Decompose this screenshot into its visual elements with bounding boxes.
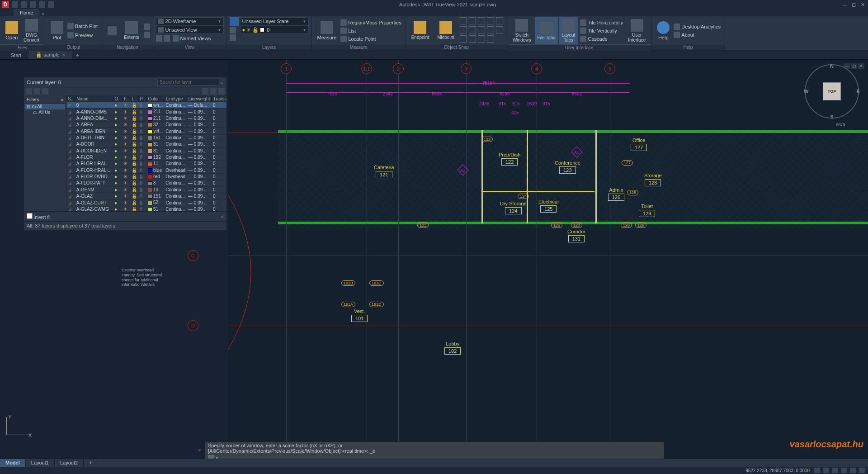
status-grid-icon[interactable] <box>823 468 829 473</box>
col-on[interactable]: O.. <box>113 95 122 102</box>
snap-geo-icon[interactable] <box>469 17 476 24</box>
snap-par-icon[interactable] <box>469 35 476 43</box>
layer-grid[interactable]: S.. Name O.. F.. L.. P.. Color Linetype … <box>66 95 226 211</box>
user-interface-button[interactable]: User Interface <box>625 17 648 44</box>
col-transparency[interactable]: Transp... <box>212 95 226 102</box>
tile-h-button[interactable]: Tile Horizontally <box>579 19 624 26</box>
drawing-viewport[interactable]: — ◻ ✕ Exterior overhead canopy. See stru… <box>228 60 868 460</box>
layer-settings-icon[interactable] <box>218 88 225 95</box>
col-lock[interactable]: L.. <box>130 95 138 102</box>
layer-row[interactable]: ◢A-DOOR-IDEN●☀🔓⎙31Continu...— 0.09...0☀ <box>66 147 226 154</box>
layer-del-icon[interactable] <box>34 88 40 95</box>
layer-set-icon[interactable] <box>42 88 48 95</box>
snap-int-icon[interactable] <box>496 17 503 24</box>
zoom-extents-button[interactable]: Extents <box>121 19 142 42</box>
layer-row[interactable]: ◢A-ANNO-DIMS●☀🔓⎙211Continu...— 0.09...0☀ <box>66 109 226 115</box>
invert-filter-checkbox[interactable]: Invert fi <box>27 213 50 220</box>
layer-tool-icon[interactable] <box>230 27 236 33</box>
col-linetype[interactable]: Linetype <box>164 95 187 102</box>
dwg-convert-button[interactable]: DWG Convert <box>21 17 42 44</box>
layout-tabs-button[interactable]: Layout Tabs <box>559 17 578 44</box>
snap-near-icon[interactable] <box>496 26 503 33</box>
coords-display[interactable]: -9522.2233, 28687.7083, 0.0000 <box>743 468 811 473</box>
switch-windows-button[interactable]: Switch Windows <box>510 17 534 44</box>
col-color[interactable]: Color <box>146 95 164 102</box>
tile-v-button[interactable]: Tile Vertically <box>579 27 624 34</box>
view-tool-icon[interactable] <box>156 35 162 42</box>
col-plot[interactable]: P.. <box>138 95 146 102</box>
start-doc-tab[interactable]: Start <box>4 51 28 59</box>
midpoint-button[interactable]: Midpoint <box>434 17 457 44</box>
cascade-button[interactable]: Cascade <box>579 35 624 43</box>
sample-doc-tab[interactable]: 🔒 sample× <box>28 51 72 59</box>
visual-style-dropdown[interactable]: 2D Wireframe▼ <box>156 17 224 25</box>
help-button[interactable]: Help <box>654 17 672 44</box>
model-tab[interactable]: Model <box>0 459 26 467</box>
col-status[interactable]: S.. <box>66 95 75 102</box>
nav-icon[interactable] <box>144 32 150 38</box>
layer-new-icon[interactable] <box>26 88 32 95</box>
status-custom-icon[interactable] <box>859 468 865 473</box>
pan-button[interactable] <box>105 24 119 37</box>
snap-center-icon[interactable] <box>460 17 467 24</box>
add-tab-icon[interactable]: + <box>72 52 82 58</box>
compass-north[interactable]: N <box>830 63 834 69</box>
minimize-button[interactable]: — <box>841 1 848 8</box>
add-layout-icon[interactable]: + <box>84 459 98 467</box>
col-lineweight[interactable]: Lineweight <box>187 95 212 102</box>
qat-plot-icon[interactable] <box>21 1 27 8</box>
home-tab[interactable]: Home <box>14 9 39 16</box>
snap-perp-icon[interactable] <box>478 26 485 33</box>
search-icon[interactable]: ⌕ <box>221 80 224 85</box>
endpoint-button[interactable]: Endpoint <box>409 17 432 44</box>
filter-all-used[interactable]: 🗀 All Us <box>25 109 65 115</box>
layer-row[interactable]: ◢A-FLOR●☀🔓⎙192Continu...— 0.09...0☀ <box>66 154 226 160</box>
footer-collapse-icon[interactable]: « <box>221 214 224 219</box>
view-tool2-icon[interactable] <box>164 35 170 42</box>
viewcube[interactable]: N S E W TOP WCS <box>805 64 859 118</box>
layer-row[interactable]: ◢A-AREA-IDEN●☀🔓⎙yel...Continu...— 0.09..… <box>66 128 226 134</box>
layer-state-dropdown[interactable]: Unsaved Layer State▼ <box>240 17 309 25</box>
qat-open-icon[interactable] <box>12 1 18 8</box>
layer-row[interactable]: ◢A-FLOR-OVHD●☀🔓⎙redOverhead— 0.09...0☀ <box>66 173 226 180</box>
status-monitor-icon[interactable] <box>850 468 856 473</box>
locate-button[interactable]: Locate Point <box>339 35 402 43</box>
snap-node-icon[interactable] <box>478 17 485 24</box>
col-freeze[interactable]: F.. <box>122 95 130 102</box>
status-gear-icon[interactable] <box>841 468 847 473</box>
filter-all[interactable]: ⊟ 🗀 All <box>25 104 65 109</box>
viewcube-top-face[interactable]: TOP <box>823 82 841 100</box>
snap-quad-icon[interactable] <box>487 17 494 24</box>
analytics-button[interactable]: Desktop Analytics <box>672 23 722 30</box>
layer-refresh-icon[interactable] <box>210 88 217 95</box>
layer-row[interactable]: ◢A-ANNO-DIM...●☀🔓⎙211Continu...— 0.09...… <box>66 115 226 121</box>
snap-ins-icon[interactable] <box>469 26 476 33</box>
preview-button[interactable]: Preview <box>66 32 99 39</box>
layer-filter-icon[interactable] <box>202 88 208 95</box>
layer-tool2-icon[interactable] <box>230 34 236 41</box>
ribbon-expand-icon[interactable]: ▾ <box>42 12 44 16</box>
layer-row[interactable]: ◢A-DETL-THIN●☀🔓⎙151Continu...— 0.09...0☀ <box>66 134 226 141</box>
open-button[interactable]: Open <box>3 17 21 44</box>
file-tabs-button[interactable]: File Tabs <box>535 17 558 44</box>
close-button[interactable]: ✕ <box>859 1 866 8</box>
saved-view-dropdown[interactable]: Unsaved View▼ <box>156 26 224 34</box>
tab-close-icon[interactable]: × <box>62 52 65 57</box>
layer-row[interactable]: ◢A-GLAZ●☀🔓⎙151Continu...— 0.09...0☀ <box>66 193 226 199</box>
layer-list-dropdown[interactable]: ● ☀ 🔓 0 ▼ <box>240 26 309 34</box>
layer-row[interactable]: ◢A-FLOR-HRAL-...●☀🔓⎙blueOverhead— 0.09..… <box>66 167 226 173</box>
list-button[interactable]: List <box>339 27 402 34</box>
command-line[interactable]: × Specify corner of window, enter a scal… <box>205 441 665 460</box>
compass-west[interactable]: W <box>804 89 808 94</box>
layer-props-icon[interactable] <box>230 17 239 26</box>
snap-app-icon[interactable] <box>460 35 467 43</box>
snap-ext-icon[interactable] <box>460 26 467 33</box>
vp-close-icon[interactable]: ✕ <box>858 63 864 69</box>
compass-south[interactable]: S <box>830 114 833 119</box>
compass-east[interactable]: E <box>857 89 860 94</box>
layer-row[interactable]: ◢A-FLOR-HRAL●☀🔓⎙11Continu...— 0.09...0☀ <box>66 161 226 167</box>
orbit-icon[interactable] <box>144 24 150 30</box>
qat-undo-icon[interactable] <box>30 1 36 8</box>
measure-button[interactable]: Measure <box>315 17 340 44</box>
layer-row[interactable]: ✔0●☀🔓⎙wh...Continu...— Defa...0☀ <box>66 102 226 109</box>
